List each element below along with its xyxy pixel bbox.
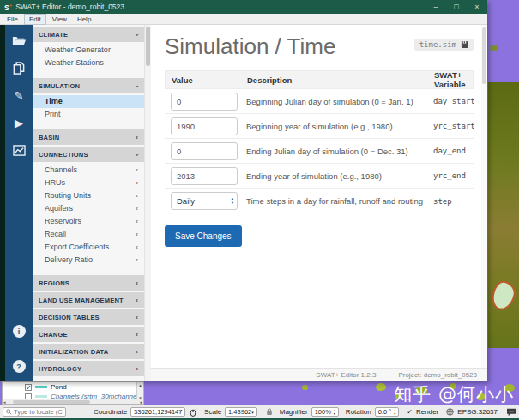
sidebar-section-connections[interactable]: CONNECTIONS ‹: [33, 147, 144, 162]
chevron-left-icon: ‹: [136, 228, 138, 241]
yrc-start-input[interactable]: [171, 117, 238, 135]
minimize-button[interactable]: –: [425, 3, 446, 11]
scale-label: Scale: [204, 408, 221, 416]
row-variable: step: [433, 197, 474, 206]
coordinate-label: Coordinate: [94, 408, 127, 416]
day-end-input[interactable]: [171, 142, 238, 160]
layer-checkbox[interactable]: ✓: [25, 384, 32, 391]
sidebar-section-change[interactable]: CHANGE ‹: [33, 327, 144, 342]
sidebar-scrollbar[interactable]: [144, 25, 151, 381]
sidebar-item-weather-stations[interactable]: Weather Stations: [33, 57, 144, 69]
sidebar-item-time[interactable]: Time: [33, 95, 144, 108]
section-label: CLIMATE: [39, 31, 68, 39]
qgis-layers-panel: ✓ Pond Channels (srtm_30mchannel) ▴▾ ◂ ▸: [2, 381, 144, 405]
sidebar-section-decision-tables[interactable]: DECISION TABLES ‹: [33, 309, 144, 325]
sidebar-section-basin[interactable]: BASIN ‹: [33, 129, 144, 145]
sidebar-item-export-coefficients[interactable]: Export Coefficients‹: [33, 241, 144, 254]
layers-vertical-scrollbar[interactable]: ▴▾: [136, 382, 143, 400]
chevron-left-icon: ‹: [136, 241, 138, 254]
copy-pages-icon[interactable]: [11, 61, 27, 75]
close-button[interactable]: ×: [467, 3, 487, 11]
sidebar-section-initialization-data[interactable]: INITIALIZATION DATA ‹: [33, 344, 144, 359]
sidebar-item-weather-generator[interactable]: Weather Generator: [33, 44, 144, 57]
sidebar-item-routing-units[interactable]: Routing Units‹: [33, 189, 144, 202]
chevron-left-icon: ‹: [136, 331, 138, 339]
layer-line-swatch: [35, 395, 47, 398]
spinner-arrows-icon[interactable]: ▴▾: [394, 409, 395, 416]
magnifier-spinner[interactable]: 100% ▴▾: [311, 407, 339, 417]
chevron-left-icon: ‹: [136, 279, 138, 287]
section-label: SIMULATION: [39, 82, 80, 90]
sidebar-item-channels[interactable]: Channels‹: [33, 164, 144, 177]
coordinate-value[interactable]: 336261,1294147: [130, 407, 185, 417]
menu-help[interactable]: Help: [73, 15, 95, 24]
window-title: SWAT+ Editor - demo_robit_0523: [15, 3, 124, 11]
day-start-input[interactable]: [171, 93, 238, 111]
sidebar-section-regions[interactable]: REGIONS ‹: [33, 275, 144, 291]
scrollbar-thumb[interactable]: [146, 27, 150, 66]
rotation-spinner[interactable]: 0.0 ° ▴▾: [375, 407, 400, 417]
menu-file[interactable]: File: [3, 15, 22, 24]
info-icon[interactable]: i: [13, 325, 26, 338]
select-value: Daily: [177, 196, 195, 206]
scrollbar-thumb[interactable]: [13, 400, 90, 404]
chevron-left-icon: ‹: [136, 314, 138, 321]
maximize-button[interactable]: □: [446, 3, 467, 11]
open-project-icon[interactable]: [11, 33, 27, 47]
header-description: Description: [247, 75, 434, 85]
sidebar-item-hrus[interactable]: HRUs‹: [33, 177, 144, 189]
messages-bubble-icon[interactable]: [506, 408, 516, 417]
lock-icon[interactable]: [266, 408, 273, 416]
row-description: Ending year of simulation (e.g., 1980): [246, 171, 433, 181]
chevron-left-icon: ‹: [136, 297, 138, 304]
sidebar-item-reservoirs[interactable]: Reservoirs‹: [33, 215, 144, 228]
section-label: CHANGE: [39, 331, 68, 339]
sidebar-section-hydrology[interactable]: HYDROLOGY ‹: [33, 361, 144, 376]
menu-view[interactable]: View: [48, 15, 71, 24]
map-vegetation-blob: [376, 383, 386, 391]
sidebar-section-land-use-management[interactable]: LAND USE MANAGEMENT ‹: [33, 292, 144, 308]
scale-combo[interactable]: 1:43962 ▾: [225, 407, 257, 417]
scale-value: 1:43962: [228, 408, 251, 416]
file-badge-label: time.sim: [419, 40, 456, 49]
edit-pencil-icon[interactable]: ✎: [11, 88, 27, 102]
locator-input[interactable]: [14, 408, 63, 416]
sidebar-item-print[interactable]: Print: [33, 108, 144, 121]
layers-horizontal-scrollbar[interactable]: ◂ ▸: [3, 399, 143, 404]
menu-edit[interactable]: Edit: [24, 14, 46, 25]
layer-row-pond[interactable]: ✓ Pond: [3, 382, 143, 392]
chevron-left-icon: ‹: [136, 177, 138, 189]
chevron-left-icon: ‹: [136, 215, 138, 228]
row-variable: yrc_end: [433, 171, 474, 180]
sidebar-item-aquifers[interactable]: Aquifers‹: [33, 202, 144, 215]
spinner-arrows-icon[interactable]: ▴▾: [334, 409, 335, 416]
mouse-position-icon[interactable]: [189, 408, 197, 417]
render-label: Render: [416, 408, 438, 416]
file-badge: time.sim: [414, 39, 474, 51]
scrollbar-thumb[interactable]: [482, 27, 486, 84]
sidebar-section-climate[interactable]: CLIMATE ‹: [33, 27, 144, 42]
main-content: Simulation / Time time.sim Value Descrip…: [151, 25, 487, 381]
section-label: BASIN: [39, 134, 59, 141]
row-variable: day_start: [433, 97, 475, 105]
step-select[interactable]: Daily ▴▾: [171, 192, 238, 210]
sidebar-item-recall[interactable]: Recall‹: [33, 228, 144, 241]
epsg-button[interactable]: EPSG:32637: [457, 408, 498, 416]
swat-editor-window: S+ SWAT+ Editor - demo_robit_0523 – □ × …: [0, 0, 487, 381]
locator-search[interactable]: [3, 407, 66, 417]
layer-name[interactable]: Pond: [51, 383, 67, 391]
sidebar-nav: CLIMATE ‹ Weather Generator Weather Stat…: [33, 25, 144, 381]
search-icon: [6, 409, 12, 415]
run-play-icon[interactable]: ▶: [11, 116, 27, 129]
sidebar-item-delivery-ratio[interactable]: Delivery Ratio‹: [33, 254, 144, 267]
help-icon[interactable]: ?: [13, 360, 26, 373]
magnifier-value: 100%: [315, 408, 331, 416]
main-scrollbar[interactable]: [481, 25, 487, 368]
sidebar-section-simulation[interactable]: SIMULATION ‹: [33, 78, 144, 93]
save-changes-button[interactable]: Save Changes: [165, 225, 242, 247]
results-chart-icon[interactable]: [11, 143, 27, 157]
render-checkbox[interactable]: ✓: [407, 408, 413, 416]
yrc-end-input[interactable]: [171, 167, 238, 185]
chevron-down-icon: ‹: [133, 33, 141, 36]
app-logo: S+: [4, 3, 12, 12]
